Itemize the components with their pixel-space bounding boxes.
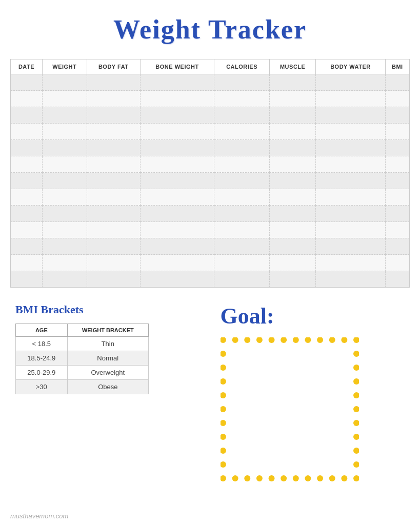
table-cell	[385, 271, 409, 288]
table-cell	[11, 206, 43, 222]
table-cell	[270, 238, 316, 255]
table-cell	[140, 238, 214, 255]
table-cell	[385, 156, 409, 173]
table-cell	[270, 74, 316, 91]
goal-dot	[317, 337, 323, 343]
table-row	[11, 91, 410, 107]
table-cell	[43, 189, 87, 206]
table-cell	[43, 74, 87, 91]
table-cell	[43, 140, 87, 156]
table-cell	[43, 238, 87, 255]
table-cell	[87, 124, 140, 140]
bmi-col-bracket: WEIGHT BRACKET	[67, 324, 148, 337]
bmi-title: BMI Brackets	[15, 303, 200, 316]
bmi-col-age: AGE	[16, 324, 68, 337]
table-cell	[87, 156, 140, 173]
table-cell	[11, 238, 43, 255]
table-cell	[316, 206, 385, 222]
table-cell	[11, 124, 43, 140]
table-cell	[140, 107, 214, 124]
table-cell	[11, 107, 43, 124]
bmi-age-cell: 18.5-24.9	[16, 351, 68, 366]
table-cell	[214, 271, 270, 288]
bmi-bracket-cell: Obese	[67, 380, 148, 394]
goal-dot	[221, 406, 226, 412]
table-cell	[140, 140, 214, 156]
tracker-col-bmi: BMI	[385, 59, 409, 74]
table-cell	[11, 255, 43, 271]
table-cell	[270, 156, 316, 173]
table-cell	[214, 74, 270, 91]
table-cell	[43, 107, 87, 124]
table-cell	[87, 255, 140, 271]
table-cell	[87, 173, 140, 189]
table-cell	[316, 222, 385, 238]
goal-section: Goal: /* dots rendered by JS below */	[215, 298, 410, 491]
table-cell	[43, 156, 87, 173]
table-cell	[316, 156, 385, 173]
tracker-col-body-fat: BODY FAT	[87, 59, 140, 74]
table-cell	[385, 107, 409, 124]
bmi-body: < 18.5Thin18.5-24.9Normal25.0-29.9Overwe…	[16, 337, 149, 394]
table-cell	[87, 107, 140, 124]
table-row	[11, 255, 410, 271]
goal-dot	[305, 475, 311, 481]
table-cell	[43, 91, 87, 107]
goal-dot	[281, 475, 287, 481]
table-cell	[316, 255, 385, 271]
bmi-row: >30Obese	[16, 380, 149, 394]
goal-dot	[353, 351, 359, 357]
table-cell	[270, 271, 316, 288]
goal-dot	[232, 475, 238, 481]
table-cell	[214, 140, 270, 156]
table-row	[11, 156, 410, 173]
goal-dot	[341, 337, 347, 343]
bmi-bracket-cell: Normal	[67, 351, 148, 366]
table-cell	[316, 124, 385, 140]
table-cell	[140, 222, 214, 238]
table-cell	[87, 206, 140, 222]
table-cell	[316, 107, 385, 124]
table-cell	[87, 271, 140, 288]
table-cell	[270, 91, 316, 107]
goal-dot	[329, 337, 335, 343]
table-cell	[140, 173, 214, 189]
goal-dots-svg: /* dots rendered by JS below */	[221, 337, 359, 486]
goal-dot	[353, 365, 359, 371]
goal-dot	[221, 378, 226, 385]
table-cell	[385, 255, 409, 271]
goal-dot	[292, 475, 298, 481]
table-cell	[270, 222, 316, 238]
goal-dot	[221, 365, 226, 371]
goal-dot	[256, 337, 262, 343]
goal-dot	[221, 434, 226, 440]
tracker-col-body-water: BODY WATER	[316, 59, 385, 74]
tracker-body	[11, 74, 410, 288]
table-row	[11, 107, 410, 124]
table-cell	[43, 124, 87, 140]
tracker-col-calories: CALORIES	[214, 59, 270, 74]
goal-dot	[317, 475, 323, 481]
goal-dot	[341, 475, 347, 481]
table-cell	[140, 206, 214, 222]
table-cell	[270, 124, 316, 140]
goal-dot	[268, 475, 274, 481]
tracker-section: DATEWEIGHTBODY FATBONE WEIGHTCALORIESMUS…	[10, 59, 410, 288]
goal-dot	[244, 475, 250, 481]
table-cell	[11, 173, 43, 189]
table-cell	[140, 91, 214, 107]
table-cell	[140, 156, 214, 173]
table-cell	[316, 140, 385, 156]
table-cell	[316, 189, 385, 206]
table-cell	[43, 222, 87, 238]
page-title: Weight Tracker	[0, 0, 420, 54]
goal-dot	[244, 337, 250, 343]
table-cell	[87, 222, 140, 238]
watermark: musthavemom.com	[10, 512, 68, 520]
bmi-bracket-cell: Thin	[67, 337, 148, 351]
goal-dot	[221, 461, 226, 468]
table-row	[11, 74, 410, 91]
table-cell	[270, 107, 316, 124]
goal-dot	[353, 420, 359, 426]
table-cell	[214, 222, 270, 238]
